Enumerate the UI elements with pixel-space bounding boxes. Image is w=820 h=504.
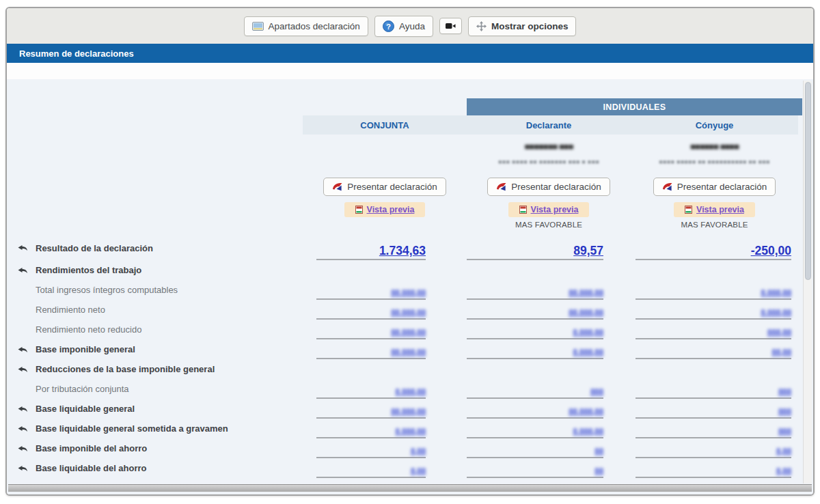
table-row: Base imponible general 88.888,88 8.888,8… bbox=[12, 339, 805, 359]
presentar-declaracion-conyuge-button[interactable]: Presentar declaración bbox=[653, 178, 776, 196]
aeat-logo-icon bbox=[662, 182, 673, 192]
collapse-arrow-icon[interactable] bbox=[18, 465, 28, 471]
collapse-arrow-icon[interactable] bbox=[18, 366, 28, 372]
value-link[interactable]: 88.888,88 bbox=[569, 407, 603, 417]
ayuda-button[interactable]: ? Ayuda bbox=[374, 16, 433, 37]
collapse-arrow-icon[interactable] bbox=[18, 267, 28, 273]
video-button[interactable] bbox=[439, 18, 462, 34]
column-header-declarante: Declarante bbox=[467, 115, 631, 135]
row-label: Total ingresos íntegros computables bbox=[36, 285, 178, 295]
collapse-arrow-icon[interactable] bbox=[18, 425, 28, 432]
value-link[interactable]: -250,00 bbox=[751, 244, 791, 258]
value-link[interactable]: 8,88 bbox=[776, 466, 791, 476]
favorable-row: MAS FAVORABLE MAS FAVORABLE bbox=[12, 221, 805, 236]
presentar-declaracion-conjunta-button[interactable]: Presentar declaración bbox=[323, 178, 446, 196]
aeat-logo-icon bbox=[496, 182, 507, 192]
mas-favorable-conyuge: MAS FAVORABLE bbox=[631, 221, 798, 236]
collapse-arrow-icon[interactable] bbox=[18, 445, 28, 451]
vertical-scrollbar-thumb[interactable] bbox=[805, 82, 811, 280]
window-icon bbox=[252, 22, 264, 31]
table-row: Rendimientos del trabajo bbox=[12, 260, 805, 280]
presentar-label: Presentar declaración bbox=[347, 182, 437, 192]
value-link[interactable]: 88.888,88 bbox=[569, 308, 603, 318]
ayuda-label: Ayuda bbox=[399, 21, 425, 31]
mostrar-opciones-label: Mostrar opciones bbox=[491, 21, 569, 31]
svg-text:?: ? bbox=[386, 22, 391, 30]
mostrar-opciones-button[interactable]: Mostrar opciones bbox=[468, 16, 577, 36]
presentar-label: Presentar declaración bbox=[511, 182, 601, 192]
table-row: Por tributación conjunta 8.888,88 888 88… bbox=[12, 379, 805, 399]
table-row: Rendimiento neto reducido 88.888,88 8.88… bbox=[12, 320, 805, 339]
preview-document-icon bbox=[519, 206, 527, 214]
value-link[interactable]: 8.888,88 bbox=[573, 427, 603, 436]
value-link[interactable]: 88 bbox=[594, 447, 603, 456]
value-link[interactable]: 8.888,88 bbox=[573, 348, 603, 357]
value-link[interactable]: 888 bbox=[778, 387, 791, 397]
individuales-group-header: INDIVIDUALES bbox=[467, 98, 802, 115]
presentar-declaracion-declarante-button[interactable]: Presentar declaración bbox=[487, 178, 610, 196]
group-header-row: INDIVIDUALES bbox=[12, 98, 805, 115]
value-link[interactable]: 888 bbox=[590, 387, 603, 397]
apartados-declaracion-button[interactable]: Apartados declaración bbox=[244, 16, 368, 36]
move-arrows-icon bbox=[476, 21, 487, 31]
value-link[interactable]: 8.888,88 bbox=[395, 387, 426, 397]
table-row: Base liquidable general sometida a grava… bbox=[12, 419, 805, 438]
value-link[interactable]: 888 bbox=[778, 407, 791, 417]
vista-previa-conyuge-link[interactable]: Vista previa bbox=[696, 205, 744, 214]
value-link[interactable]: 8.888,88 bbox=[761, 288, 791, 298]
collapse-arrow-icon[interactable] bbox=[18, 245, 28, 251]
spacer bbox=[7, 63, 813, 79]
vista-previa-declarante-wrap: Vista previa bbox=[508, 202, 590, 217]
conyuge-name-redacted: ■■■■■■ ■■■■ bbox=[690, 141, 739, 152]
section-titlebar: Resumen de declaraciones bbox=[7, 44, 813, 63]
table-row: Reducciones de la base imponible general bbox=[12, 359, 805, 379]
value-link[interactable]: 88.888,88 bbox=[391, 348, 426, 357]
table-row: Rendimiento neto 88.888,88 88.888,88 8.8… bbox=[12, 300, 805, 320]
collapse-arrow-icon[interactable] bbox=[18, 346, 28, 352]
presentar-label: Presentar declaración bbox=[677, 182, 767, 192]
declarante-identity: ■■■■■■■ ■■■ ■■■ ■■■■ ■■ ■■■■■■■ ■■■ ■ ■■… bbox=[467, 135, 631, 174]
vista-previa-conjunta-link[interactable]: Vista previa bbox=[367, 205, 415, 214]
declarante-detail-redacted: ■■■ ■■■■ ■■ ■■■■■■■ ■■■ ■ ■■■ bbox=[498, 158, 599, 165]
value-link[interactable]: 88.888,88 bbox=[391, 308, 426, 318]
row-label: Resultado de la declaración bbox=[36, 243, 153, 253]
value-link[interactable]: 8.888,88 bbox=[395, 427, 426, 436]
value-link[interactable]: 8.888,88 bbox=[761, 308, 791, 318]
preview-document-icon bbox=[685, 206, 692, 214]
value-link[interactable]: 888,88 bbox=[767, 328, 791, 337]
value-link[interactable]: 1.734,63 bbox=[379, 244, 426, 258]
table-row: Base liquidable general 88.888,88 88.888… bbox=[12, 399, 805, 419]
vista-previa-conjunta-wrap: Vista previa bbox=[344, 202, 426, 217]
vista-previa-declarante-link[interactable]: Vista previa bbox=[531, 205, 579, 214]
row-label: Base liquidable general bbox=[36, 404, 135, 414]
value-link[interactable]: 88.888,88 bbox=[391, 328, 426, 337]
help-icon: ? bbox=[383, 20, 394, 32]
present-buttons-row: Presentar declaración Presentar declarac… bbox=[12, 174, 805, 199]
identity-row: ■■■■■■■ ■■■ ■■■ ■■■■ ■■ ■■■■■■■ ■■■ ■ ■■… bbox=[12, 135, 805, 174]
value-link[interactable]: 888 bbox=[778, 427, 791, 436]
row-label: Por tributación conjunta bbox=[36, 384, 129, 394]
value-link[interactable]: 88,88 bbox=[771, 348, 791, 357]
declaration-summary-panel: INDIVIDUALES CONJUNTA Declarante Cónyuge… bbox=[7, 79, 813, 496]
preview-links-row: Vista previa Vista previa Vista previa bbox=[12, 199, 805, 221]
row-label: Base liquidable del ahorro bbox=[36, 463, 147, 473]
value-link[interactable]: 88.888,88 bbox=[391, 407, 426, 417]
column-header-row: CONJUNTA Declarante Cónyuge bbox=[12, 115, 805, 135]
row-label: Base imponible del ahorro bbox=[36, 443, 147, 453]
value-link[interactable]: 8,88 bbox=[411, 466, 426, 476]
apartados-label: Apartados declaración bbox=[269, 21, 360, 31]
value-link[interactable]: 8,88 bbox=[776, 447, 791, 456]
value-link[interactable]: 8.888,88 bbox=[573, 328, 603, 337]
column-header-conyuge: Cónyuge bbox=[631, 115, 798, 135]
value-link[interactable]: 88.888,88 bbox=[391, 288, 426, 298]
value-link[interactable]: 89,57 bbox=[573, 244, 603, 258]
vista-previa-conyuge-wrap: Vista previa bbox=[674, 202, 755, 217]
horizontal-scrollbar[interactable] bbox=[8, 484, 812, 492]
table-row: Resultado de la declaración 1.734,63 89,… bbox=[12, 236, 805, 260]
value-link[interactable]: 88 bbox=[594, 466, 603, 476]
collapse-arrow-icon[interactable] bbox=[18, 406, 28, 412]
mas-favorable-declarante: MAS FAVORABLE bbox=[467, 221, 631, 236]
vertical-scrollbar[interactable] bbox=[803, 81, 812, 484]
value-link[interactable]: 88.888,88 bbox=[569, 288, 603, 298]
value-link[interactable]: 8,88 bbox=[411, 447, 426, 456]
